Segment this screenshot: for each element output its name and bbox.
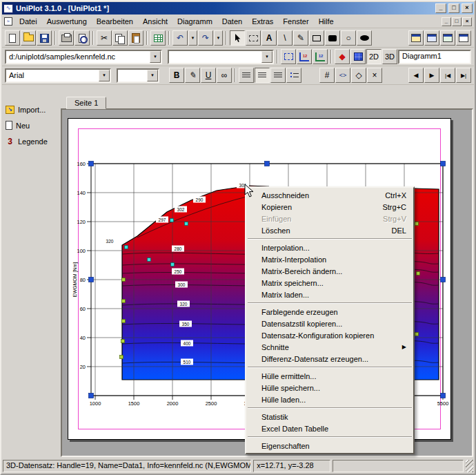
align-right-button[interactable] bbox=[270, 68, 286, 83]
tab-seite1[interactable]: Seite 1 bbox=[66, 97, 106, 109]
file-path-dropdown-icon[interactable]: ▼ bbox=[150, 51, 161, 63]
file-path-combobox[interactable]: d:/uniplotd/samples/kennfeld.nc ▼ bbox=[5, 50, 162, 64]
view-2d-button[interactable]: 2D bbox=[366, 49, 381, 64]
menu-bearbeiten[interactable]: Bearbeiten bbox=[92, 16, 138, 27]
menu-item-datensatzstil-kopieren[interactable]: Datensatzstil kopieren... bbox=[246, 318, 413, 329]
font-combobox[interactable]: Arial ▼ bbox=[5, 68, 111, 83]
circle-tool-button[interactable]: ○ bbox=[341, 30, 356, 46]
menu-hilfe[interactable]: Hilfe bbox=[314, 16, 339, 27]
paste-button[interactable] bbox=[128, 30, 143, 46]
minimize-button[interactable]: _ bbox=[435, 3, 446, 13]
mdi-restore-button[interactable]: □ bbox=[452, 17, 462, 26]
pen-tool-button[interactable]: ✎ bbox=[293, 30, 308, 46]
font-size-dropdown-icon[interactable]: ▼ bbox=[147, 70, 158, 81]
menu-item-matrix-interpolation[interactable]: Matrix-Interpolation bbox=[246, 253, 413, 265]
undo-button[interactable]: ↶ bbox=[172, 30, 188, 46]
save-button[interactable] bbox=[37, 30, 52, 46]
menu-item-matrix-laden[interactable]: Matrix laden... bbox=[246, 289, 413, 300]
menu-item-farblegende-erzeugen[interactable]: Farblegende erzeugen bbox=[246, 306, 413, 318]
menu-item-ausschneiden[interactable]: AusschneidenCtrl+X bbox=[246, 189, 413, 201]
mdi-minimize-button[interactable]: _ bbox=[442, 17, 451, 26]
delete-marker-button[interactable]: × bbox=[367, 68, 382, 83]
prev-page-button[interactable]: ◀ bbox=[408, 68, 424, 83]
mdi-close-button[interactable]: × bbox=[462, 17, 472, 26]
axis-scale-button[interactable]: 12 bbox=[297, 49, 312, 64]
menu-item-matrix-speichern[interactable]: Matrix speichern... bbox=[246, 277, 413, 289]
marker-diamond-button[interactable]: ◇ bbox=[351, 68, 366, 83]
last-page-button[interactable]: ▶| bbox=[456, 68, 471, 83]
menu-daten[interactable]: Daten bbox=[217, 16, 247, 27]
font-size-combobox[interactable]: ▼ bbox=[117, 68, 159, 83]
menu-auswertung[interactable]: Auswertung bbox=[42, 16, 92, 27]
new-button[interactable] bbox=[5, 30, 20, 46]
window-chart-button[interactable] bbox=[424, 30, 439, 46]
copy-button[interactable] bbox=[112, 30, 128, 46]
symbol-button[interactable]: ∞ bbox=[217, 68, 232, 83]
menu-item-eigenschaften[interactable]: Eigenschaften bbox=[246, 440, 413, 452]
select-rect-tool-button[interactable] bbox=[246, 30, 261, 46]
tile-windows-button[interactable] bbox=[456, 30, 471, 46]
dataset-combobox[interactable]: ▼ bbox=[168, 50, 274, 64]
view-3d-button[interactable]: 3D bbox=[382, 49, 397, 64]
menu-ansicht[interactable]: Ansicht bbox=[138, 16, 172, 27]
print-button[interactable] bbox=[59, 30, 74, 46]
print-preview-button[interactable] bbox=[75, 30, 90, 46]
pointer-tool-button[interactable] bbox=[230, 30, 245, 46]
surface-3d-button[interactable] bbox=[350, 49, 366, 64]
resize-grip[interactable] bbox=[466, 460, 473, 472]
restore-button[interactable]: □ bbox=[448, 3, 459, 13]
dataset-dropdown-icon[interactable]: ▼ bbox=[261, 51, 272, 63]
document-icon[interactable]: ≈ bbox=[4, 17, 12, 26]
data-table-button[interactable] bbox=[150, 30, 166, 46]
diagram-name-field[interactable]: Diagramm1 bbox=[398, 50, 471, 64]
menu-item-differenz-datensatz-erzeugen[interactable]: Differenz-Datensatz erzeugen... bbox=[246, 353, 413, 365]
open-button[interactable] bbox=[21, 30, 36, 46]
menu-item-schnitte[interactable]: Schnitte▶ bbox=[246, 341, 413, 353]
align-left-button[interactable] bbox=[239, 68, 254, 83]
axis-break-button[interactable]: # bbox=[319, 68, 335, 83]
cascade-windows-button[interactable] bbox=[440, 30, 455, 46]
app-icon[interactable]: ∿ bbox=[3, 4, 13, 13]
menu-extras[interactable]: Extras bbox=[247, 16, 278, 27]
red-diamond-button[interactable]: ◆ bbox=[335, 49, 350, 64]
copy-icon bbox=[115, 34, 125, 43]
menu-datei[interactable]: Datei bbox=[14, 16, 42, 27]
menu-item-huelle-speichern[interactable]: Hülle speichern... bbox=[246, 382, 413, 394]
menu-item-statistik[interactable]: Statistik bbox=[246, 411, 413, 423]
text-tool-button[interactable]: A bbox=[261, 30, 277, 46]
menu-item-kopieren[interactable]: KopierenStrg+C bbox=[246, 201, 413, 213]
ellipse-tool-button[interactable] bbox=[357, 30, 372, 46]
menu-item-interpolation[interactable]: Interpolation... bbox=[246, 242, 413, 253]
cut-button[interactable]: ✂ bbox=[97, 30, 112, 46]
menu-item-huelle-ermitteln[interactable]: Hülle ermitteln... bbox=[246, 370, 413, 382]
underline-button[interactable]: U bbox=[201, 68, 216, 83]
close-button[interactable]: × bbox=[462, 3, 473, 13]
first-page-button[interactable]: |◀ bbox=[440, 68, 455, 83]
menu-diagramm[interactable]: Diagramm bbox=[172, 16, 217, 27]
new-window-button[interactable] bbox=[408, 30, 424, 46]
sidebar-item-neu[interactable]: Neu bbox=[2, 117, 61, 133]
undo-dropdown-button[interactable]: ▼ bbox=[188, 30, 197, 46]
axis-format-button[interactable]: 12 bbox=[313, 49, 328, 64]
line-tool-button[interactable]: \ bbox=[277, 30, 292, 46]
edit-points-button[interactable]: <> bbox=[335, 68, 350, 83]
filled-rect-tool-button[interactable] bbox=[325, 30, 340, 46]
align-center-button[interactable] bbox=[255, 68, 270, 83]
rectangle-tool-button[interactable] bbox=[309, 30, 324, 46]
menu-item-loeschen[interactable]: LöschenDEL bbox=[246, 224, 413, 236]
bullet-list-button[interactable] bbox=[286, 68, 301, 83]
menu-item-datensatz-konfiguration-kopieren[interactable]: Datensatz-Konfiguration kopieren bbox=[246, 329, 413, 341]
menu-fenster[interactable]: Fenster bbox=[278, 16, 313, 27]
menu-item-matrix-bereich-aendern[interactable]: Matrix-Bereich ändern... bbox=[246, 265, 413, 277]
redo-dropdown-button[interactable]: ▼ bbox=[214, 30, 223, 46]
bold-button[interactable]: B bbox=[169, 68, 184, 83]
sidebar-item-legende[interactable]: 3 Legende bbox=[2, 133, 61, 150]
redo-button[interactable]: ↷ bbox=[198, 30, 213, 46]
next-page-button[interactable]: ▶ bbox=[424, 68, 439, 83]
font-dropdown-icon[interactable]: ▼ bbox=[99, 70, 110, 81]
sidebar-item-import[interactable]: ↘ Import... bbox=[2, 102, 61, 117]
menu-item-huelle-laden[interactable]: Hülle laden... bbox=[246, 394, 413, 405]
select-range-button[interactable] bbox=[281, 49, 296, 64]
menu-item-excel-daten-tabelle[interactable]: Excel Daten Tabelle bbox=[246, 423, 413, 434]
italic-button[interactable]: ✎ bbox=[185, 68, 200, 83]
